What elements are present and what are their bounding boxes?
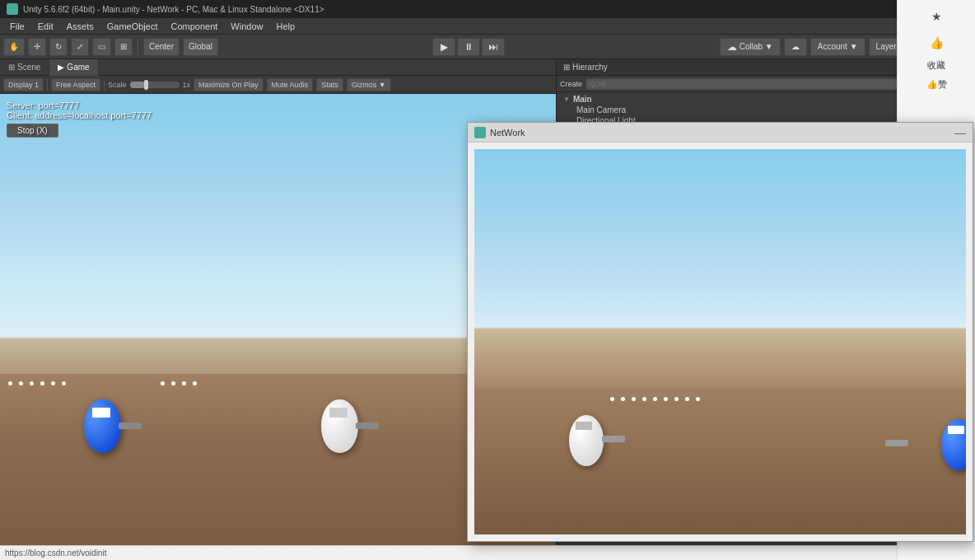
nw-bullet-9	[696, 397, 700, 401]
url-text: https://blog.csdn.net/voidinit	[5, 548, 106, 558]
menu-component[interactable]: Component	[164, 20, 224, 33]
nw-sky	[474, 149, 966, 396]
bullet-2	[19, 381, 23, 385]
multi-tool-button[interactable]: ⊞	[114, 38, 133, 56]
account-button[interactable]: Account ▼	[810, 38, 865, 56]
pause-button[interactable]: ⏸	[457, 38, 480, 56]
like-label: 👍赞	[926, 78, 947, 91]
nw-white-gun	[602, 436, 625, 442]
nw-blue-gun	[885, 440, 908, 446]
network-icon	[474, 127, 486, 138]
game-tab[interactable]: ▶ Game	[49, 59, 98, 76]
blue-gun	[119, 422, 142, 429]
bullet-m4	[193, 381, 197, 385]
nw-bullet-2	[621, 397, 625, 401]
network-viewport	[474, 149, 966, 534]
create-button[interactable]: Create	[560, 80, 582, 88]
rotate-tool-button[interactable]: ↻	[49, 38, 68, 56]
gt-sep2	[104, 79, 105, 91]
scale-value: 1x	[183, 81, 191, 89]
bullet-1	[8, 381, 12, 385]
menu-bar: File Edit Assets GameObject Component Wi…	[0, 18, 975, 35]
unity-icon	[7, 3, 18, 15]
bullet-m2	[171, 381, 175, 385]
network-window: NetWork — Client: address=localhost port…	[467, 122, 973, 542]
cloud-button[interactable]: ☁	[784, 38, 807, 56]
gt-sep1	[47, 79, 48, 91]
camera-label: Main Camera	[576, 105, 626, 114]
hierarchy-tab[interactable]: ⊞ Hierarchy	[560, 63, 611, 72]
toolbar: ✋ ✛ ↻ ⤢ ▭ ⊞ Center Global ▶ ⏸ ⏭ ☁ Collab…	[0, 35, 975, 59]
hierarchy-icon: ⊞	[563, 63, 570, 72]
title-bar: Unity 5.6.6f2 (64bit) - Main.unity - Net…	[0, 0, 975, 18]
window-title: Unity 5.6.6f2 (64bit) - Main.unity - Net…	[23, 5, 324, 14]
white-gun	[356, 422, 379, 429]
game-toolbar: Display 1 Free Aspect Scale 1x Maximize …	[0, 76, 556, 94]
collab-button[interactable]: ☁ Collab ▼	[720, 38, 781, 56]
play-button[interactable]: ▶	[432, 38, 455, 56]
bullet-6	[62, 381, 66, 385]
scale-label: Scale	[108, 81, 127, 89]
mute-button[interactable]: Mute Audis	[267, 78, 314, 91]
bullet-m1	[161, 381, 165, 385]
scene-tab[interactable]: ⊞ Scene	[0, 59, 49, 76]
network-window-title: NetWork	[474, 127, 525, 138]
menu-edit[interactable]: Edit	[31, 20, 60, 33]
cloud-icon: ☁	[727, 41, 737, 53]
network-title-bar: NetWork —	[468, 123, 973, 142]
bullet-m3	[182, 381, 186, 385]
bullet-5	[51, 381, 55, 385]
display-button[interactable]: Display 1	[3, 78, 44, 91]
bullet-4	[40, 381, 44, 385]
expand-arrow: ▼	[563, 96, 570, 103]
menu-window[interactable]: Window	[224, 20, 269, 33]
star-icon[interactable]: ★	[926, 7, 946, 26]
game-icon: ▶	[58, 63, 64, 72]
hierarchy-title: Hierarchy	[572, 63, 608, 72]
nw-white-tag	[576, 422, 592, 430]
collab-label: Collab ▼	[739, 42, 773, 51]
bullet-trail-left	[8, 381, 66, 385]
nw-bullet-6	[664, 397, 668, 401]
bullet-trail-middle	[161, 381, 197, 385]
bullet-3	[30, 381, 34, 385]
network-content: Client: address=localhost port=7777 Stop…	[468, 142, 973, 541]
white-name-tag	[329, 408, 348, 418]
nw-bullet-5	[653, 397, 657, 401]
nw-bullet-trail	[610, 397, 700, 401]
bookmark-label: 收藏	[927, 59, 945, 72]
maximize-play-button[interactable]: Maximize On Play	[194, 78, 264, 91]
nw-bullet-1	[610, 397, 614, 401]
nw-bullet-3	[632, 397, 636, 401]
nw-bullet-8	[685, 397, 689, 401]
center-button[interactable]: Center	[143, 38, 180, 56]
client-text: Client: address=localhost port=7777	[7, 110, 152, 120]
play-controls: ▶ ⏸ ⏭	[432, 38, 505, 56]
blue-name-tag	[92, 408, 110, 418]
network-close-button[interactable]: —	[954, 126, 966, 139]
scene-icon: ⊞	[8, 63, 15, 72]
main-scene-label: Main	[573, 95, 592, 104]
rect-tool-button[interactable]: ▭	[92, 38, 111, 56]
nw-bullet-4	[642, 397, 646, 401]
menu-file[interactable]: File	[3, 20, 31, 33]
step-button[interactable]: ⏭	[482, 38, 505, 56]
global-button[interactable]: Global	[183, 38, 218, 56]
menu-gameobject[interactable]: GameObject	[100, 20, 165, 33]
stats-button[interactable]: Stats	[316, 78, 343, 91]
hand-tool-button[interactable]: ✋	[3, 38, 25, 56]
scale-tool-button[interactable]: ⤢	[71, 38, 89, 56]
aspect-button[interactable]: Free Aspect	[51, 78, 100, 91]
thumbup-icon[interactable]: 👍	[926, 33, 946, 53]
move-tool-button[interactable]: ✛	[28, 38, 46, 56]
toolbar-sep-1	[138, 39, 138, 55]
nw-ground	[474, 388, 966, 534]
title-left: Unity 5.6.6f2 (64bit) - Main.unity - Net…	[7, 3, 324, 15]
nw-blue-tag	[948, 426, 964, 434]
gizmos-button[interactable]: Gizmos ▼	[347, 78, 391, 91]
nw-bullet-7	[674, 397, 679, 401]
menu-help[interactable]: Help	[269, 20, 301, 33]
stop-button-game[interactable]: Stop (X)	[7, 124, 58, 138]
server-text: Server: port=7777	[7, 100, 152, 110]
menu-assets[interactable]: Assets	[60, 20, 100, 33]
